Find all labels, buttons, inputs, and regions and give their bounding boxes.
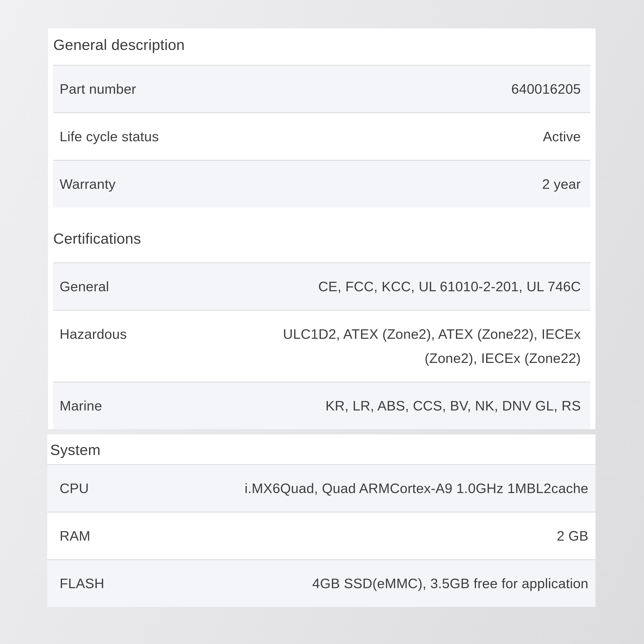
spec-label: General <box>60 274 126 299</box>
spec-row-cpu: CPU i.MX6Quad, Quad ARMCortex-A9 1.0GHz … <box>47 464 595 512</box>
spec-label: Marine <box>60 394 119 418</box>
spec-value: ULC1D2, ATEX (Zone2), ATEX (Zone22), IEC… <box>143 322 581 370</box>
spec-page: General description Part number 64001620… <box>0 28 644 607</box>
spec-value: 640016205 <box>153 77 581 101</box>
spec-value: 2 GB <box>107 524 588 548</box>
spec-label: Part number <box>60 77 153 101</box>
spec-label: RAM <box>60 524 107 548</box>
spec-card-general-certifications: General description Part number 64001620… <box>48 28 595 429</box>
section-title-general-description: General description <box>53 28 590 65</box>
spec-value: CE, FCC, KCC, UL 61010-2-201, UL 746C <box>126 274 581 299</box>
spec-value: 4GB SSD(eMMC), 3.5GB free for applicatio… <box>121 571 588 595</box>
spec-label: Hazardous <box>60 322 143 346</box>
section-title-system: System <box>47 434 595 464</box>
spec-value: 2 year <box>132 172 581 196</box>
spec-row-warranty: Warranty 2 year <box>53 160 590 207</box>
spec-card-system: System CPU i.MX6Quad, Quad ARMCortex-A9 … <box>47 434 595 607</box>
spec-row-part-number: Part number 640016205 <box>53 65 590 112</box>
spec-value: i.MX6Quad, Quad ARMCortex-A9 1.0GHz 1MBL… <box>106 476 588 500</box>
spec-row-cert-marine: Marine KR, LR, ABS, CCS, BV, NK, DNV GL,… <box>53 382 590 429</box>
spec-row-ram: RAM 2 GB <box>47 512 595 559</box>
section-title-certifications: Certifications <box>53 207 590 262</box>
spec-label: CPU <box>60 476 106 500</box>
spec-label: FLASH <box>60 571 121 595</box>
spec-value: KR, LR, ABS, CCS, BV, NK, DNV GL, RS <box>119 394 581 418</box>
spec-row-cert-hazardous: Hazardous ULC1D2, ATEX (Zone2), ATEX (Zo… <box>53 310 590 382</box>
spec-row-cert-general: General CE, FCC, KCC, UL 61010-2-201, UL… <box>53 262 590 310</box>
spec-label: Life cycle status <box>60 124 175 149</box>
spec-row-life-cycle-status: Life cycle status Active <box>53 112 590 160</box>
spec-value: Active <box>175 124 581 149</box>
spec-label: Warranty <box>60 172 132 196</box>
spec-row-flash: FLASH 4GB SSD(eMMC), 3.5GB free for appl… <box>47 559 595 607</box>
